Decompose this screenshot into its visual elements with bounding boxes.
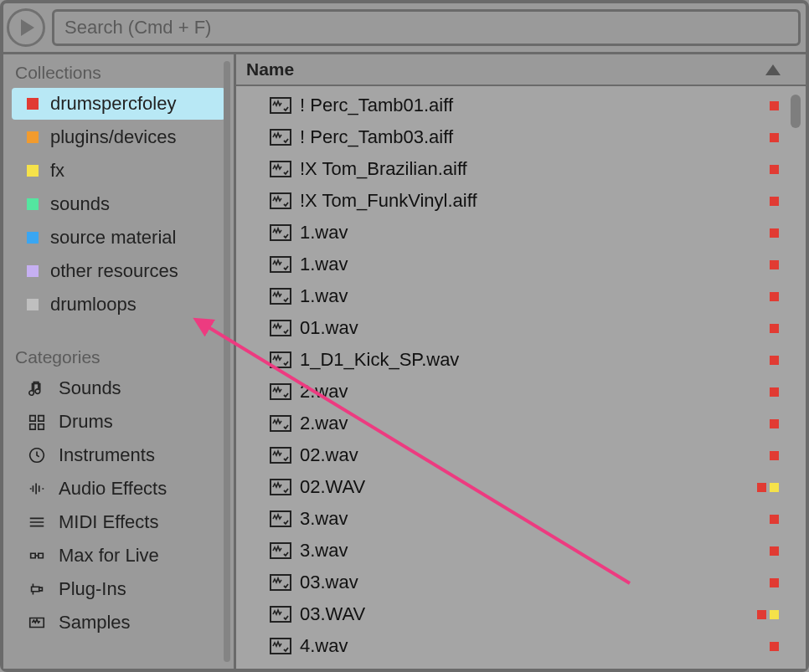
- instruments-icon: [27, 446, 47, 464]
- audio-file-icon: [270, 224, 291, 241]
- file-tags: [770, 165, 779, 174]
- file-row[interactable]: 02.WAV: [236, 471, 806, 503]
- file-name: 2.wav: [300, 381, 761, 403]
- file-tags: [770, 292, 779, 301]
- file-tags: [770, 197, 779, 206]
- sounds-icon: [27, 379, 47, 398]
- file-row[interactable]: 02.wav: [236, 439, 806, 471]
- category-label: MIDI Effects: [59, 511, 158, 533]
- category-label: Audio Effects: [59, 478, 167, 500]
- collection-label: other resources: [50, 260, 178, 282]
- file-row[interactable]: 1.wav: [236, 280, 806, 312]
- audio-file-icon: [270, 288, 291, 305]
- tag-swatch-icon: [770, 515, 779, 524]
- file-row[interactable]: ! Perc_Tamb01.aiff: [236, 90, 806, 121]
- file-tags: [757, 610, 779, 619]
- category-item[interactable]: Plug-Ins: [12, 573, 225, 605]
- file-name: 1.wav: [300, 254, 761, 275]
- collection-item[interactable]: plugins/devices: [12, 121, 225, 153]
- collection-item[interactable]: drumspercfoley: [12, 88, 225, 120]
- category-label: Instruments: [59, 444, 155, 466]
- file-row[interactable]: 4.wav: [236, 630, 806, 662]
- file-name: 4.wav: [300, 667, 761, 669]
- sort-ascending-icon: [765, 64, 781, 75]
- app-window: Collections drumspercfoleyplugins/device…: [0, 0, 809, 672]
- audio-file-icon: [270, 479, 291, 495]
- file-row[interactable]: 4.wav: [236, 662, 806, 669]
- color-swatch-icon: [27, 165, 39, 177]
- file-row[interactable]: 01.wav: [236, 312, 806, 344]
- audio-file-icon: [270, 256, 291, 273]
- category-label: Sounds: [59, 377, 121, 399]
- collection-item[interactable]: fx: [12, 155, 225, 187]
- file-row[interactable]: 3.wav: [236, 535, 806, 567]
- category-item[interactable]: Max for Live: [12, 540, 225, 572]
- top-bar: [3, 3, 806, 52]
- file-row[interactable]: ! Perc_Tamb03.aiff: [236, 121, 806, 153]
- tag-swatch-icon: [770, 197, 779, 206]
- file-tags: [770, 324, 779, 333]
- tag-swatch-icon: [770, 356, 779, 365]
- collection-item[interactable]: other resources: [12, 255, 225, 287]
- category-item[interactable]: Audio Effects: [12, 473, 225, 505]
- color-swatch-icon: [27, 198, 39, 210]
- audio-file-icon: [270, 129, 291, 146]
- category-item[interactable]: Samples: [12, 607, 225, 639]
- collection-label: plugins/devices: [50, 126, 176, 148]
- file-row[interactable]: 2.wav: [236, 408, 806, 439]
- category-item[interactable]: Sounds: [12, 372, 225, 404]
- file-row[interactable]: 03.wav: [236, 567, 806, 598]
- category-item[interactable]: MIDI Effects: [12, 506, 225, 538]
- audio-file-icon: [270, 97, 291, 114]
- file-name: 02.wav: [300, 444, 761, 466]
- tag-swatch-icon: [770, 483, 779, 492]
- file-row[interactable]: 1_D1_Kick_SP.wav: [236, 344, 806, 376]
- play-icon: [21, 19, 34, 36]
- play-button[interactable]: [7, 8, 45, 47]
- file-tags: [770, 260, 779, 269]
- audio-file-icon: [270, 574, 291, 591]
- tag-swatch-icon: [757, 483, 766, 492]
- tag-swatch-icon: [770, 451, 779, 460]
- category-label: Max for Live: [59, 545, 159, 567]
- file-row[interactable]: !X Tom_FunkVinyl.aiff: [236, 185, 806, 217]
- tag-swatch-icon: [770, 610, 779, 619]
- category-item[interactable]: Instruments: [12, 439, 225, 471]
- file-tags: [770, 101, 779, 110]
- tag-swatch-icon: [770, 133, 779, 142]
- collection-item[interactable]: sounds: [12, 188, 225, 220]
- collection-label: drumspercfoley: [50, 93, 176, 115]
- sidebar-scrollbar[interactable]: [224, 61, 230, 662]
- audio-file-icon: [270, 415, 291, 432]
- column-header[interactable]: Name: [236, 54, 806, 86]
- file-row[interactable]: 3.wav: [236, 503, 806, 535]
- category-item[interactable]: Drums: [12, 406, 225, 438]
- file-tags: [770, 133, 779, 142]
- collection-item[interactable]: source material: [12, 222, 225, 254]
- audio-file-icon: [270, 510, 291, 527]
- search-input[interactable]: [52, 9, 801, 46]
- audio-file-icon: [270, 161, 291, 177]
- drums-icon: [27, 413, 47, 431]
- audio-file-icon: [270, 320, 291, 336]
- file-row[interactable]: 2.wav: [236, 376, 806, 408]
- file-name: 1.wav: [300, 285, 761, 307]
- file-name: ! Perc_Tamb03.aiff: [300, 126, 761, 148]
- file-row[interactable]: 03.WAV: [236, 598, 806, 630]
- audiofx-icon: [27, 480, 47, 498]
- audio-file-icon: [270, 192, 291, 209]
- file-tags: [770, 387, 779, 397]
- body: Collections drumspercfoleyplugins/device…: [3, 52, 806, 669]
- tag-swatch-icon: [770, 387, 779, 397]
- file-row[interactable]: 1.wav: [236, 249, 806, 280]
- tag-swatch-icon: [770, 260, 779, 269]
- category-label: Plug-Ins: [59, 578, 126, 600]
- maxforlive-icon: [27, 546, 47, 565]
- collection-label: source material: [50, 227, 176, 249]
- file-row[interactable]: !X Tom_Brazilian.aiff: [236, 153, 806, 185]
- collection-item[interactable]: drumloops: [12, 289, 225, 321]
- file-tags: [770, 578, 779, 587]
- samples-icon: [27, 613, 47, 632]
- file-tags: [770, 228, 779, 238]
- file-row[interactable]: 1.wav: [236, 217, 806, 249]
